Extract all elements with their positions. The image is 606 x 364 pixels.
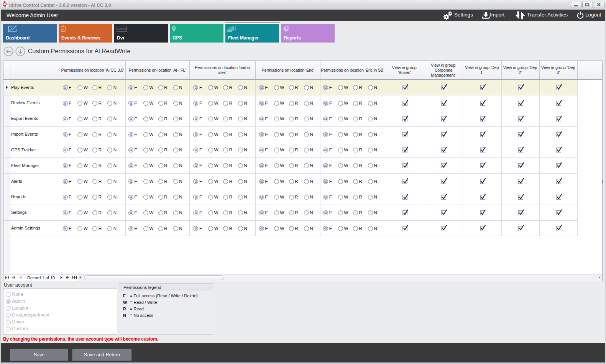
svg-text:MERGE: MERGE bbox=[117, 28, 126, 30]
